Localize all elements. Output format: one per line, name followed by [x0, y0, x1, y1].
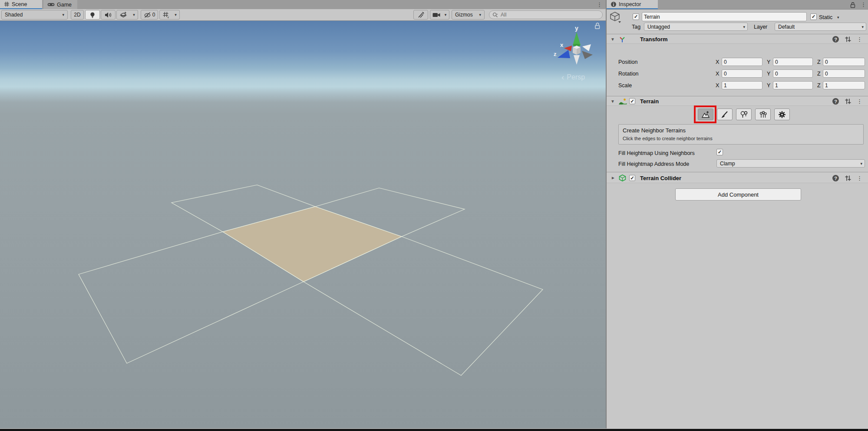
paint-details-tool-button[interactable]	[755, 109, 771, 120]
scene-effects-button[interactable]	[116, 10, 131, 20]
inspector-lock-icon[interactable]	[850, 2, 856, 8]
scene-viewport[interactable]: y x z ‹ Persp	[0, 21, 606, 428]
unity-editor-window: Scene Game ⋮ Shaded ▾ 2D	[0, 0, 868, 431]
axis-cone-neg[interactable]	[574, 55, 580, 65]
component-menu-icon[interactable]: ⋮	[857, 175, 862, 181]
axis-cone-neg[interactable]	[582, 44, 591, 51]
light-bulb-icon	[89, 11, 96, 19]
axis-z-label: Z	[817, 71, 821, 77]
scene-visibility-button[interactable]: 0	[141, 10, 158, 20]
chevron-down-icon: ▾	[133, 13, 135, 17]
terrain-enabled-checkbox[interactable]: ✓	[629, 98, 635, 104]
grid-dropdown[interactable]: ▾	[172, 10, 180, 20]
terrain-tool-info-box: Create Neighbor Terrains Click the edges…	[618, 124, 864, 145]
scene-panel-menu-icon[interactable]: ⋮	[597, 2, 602, 7]
trees-icon	[740, 111, 748, 118]
inspector-tab-bar: Inspector ⋮	[607, 0, 868, 10]
tools-icon	[417, 11, 425, 18]
terrain-collider-icon	[619, 174, 626, 181]
presets-icon[interactable]	[845, 98, 851, 105]
terrain-collider-title: Terrain Collider	[640, 175, 681, 181]
static-label: Static	[819, 14, 832, 20]
scale-z-field[interactable]	[823, 81, 865, 89]
transform-title: Transform	[640, 36, 668, 43]
chevron-down-icon: ▾	[175, 13, 177, 17]
inspector-menu-icon[interactable]: ⋮	[861, 2, 866, 7]
transform-header[interactable]: ▼ Transform ? ⋮	[607, 34, 868, 44]
add-component-button[interactable]: Add Component	[675, 188, 801, 201]
static-dropdown-arrow[interactable]: ▾	[837, 15, 839, 20]
rotation-y-field[interactable]	[773, 69, 813, 78]
scene-tools-button[interactable]	[413, 10, 428, 20]
rotation-label: Rotation	[618, 71, 639, 77]
scene-camera-button[interactable]	[430, 10, 442, 20]
terrain-tiles-overlay	[0, 21, 606, 428]
axis-cone-z[interactable]	[558, 50, 570, 58]
terrain-collider-header[interactable]: ► ✓ Terrain Collider ? ⋮	[607, 172, 868, 183]
tab-scene[interactable]: Scene	[0, 0, 42, 9]
gameobject-name-field[interactable]	[642, 12, 807, 21]
foldout-open-icon[interactable]: ▼	[611, 99, 615, 104]
paint-terrain-tool-button[interactable]	[717, 109, 733, 120]
fill-heightmap-neighbors-checkbox[interactable]: ✓	[716, 149, 723, 155]
eye-hidden-icon	[144, 12, 151, 18]
layer-dropdown[interactable]: Default ▾	[775, 23, 866, 31]
scene-lock-icon[interactable]	[594, 22, 601, 30]
scale-label: Scale	[618, 82, 632, 89]
terrain-settings-tool-button[interactable]	[774, 109, 790, 120]
tab-inspector[interactable]: Inspector	[607, 0, 658, 9]
presets-icon[interactable]	[845, 175, 851, 181]
gameobject-cube-icon[interactable]	[610, 11, 621, 23]
chevron-down-icon: ▾	[861, 25, 864, 29]
position-y-field[interactable]	[773, 58, 813, 66]
selected-terrain-tile[interactable]	[223, 207, 402, 282]
inspector-panel: Inspector ⋮ ✓ ✓ Static ▾ Tag Untag	[607, 0, 868, 431]
hidden-object-count: 0	[152, 12, 155, 18]
rotation-z-field[interactable]	[823, 69, 865, 78]
terrain-title: Terrain	[640, 98, 659, 105]
shading-mode-dropdown[interactable]: Shaded ▾	[1, 10, 68, 20]
tab-game[interactable]: Game	[43, 0, 77, 9]
help-icon[interactable]: ?	[832, 98, 839, 105]
position-z-field[interactable]	[823, 58, 865, 66]
svg-text:y: y	[167, 16, 169, 19]
axis-z-label: z	[554, 51, 557, 57]
tool-description: Click the edges to create neighbor terra…	[623, 136, 859, 141]
static-checkbox[interactable]: ✓	[810, 13, 817, 20]
axis-cone-y[interactable]	[573, 32, 581, 45]
terrain-component-header[interactable]: ▼ ✓ Terrain ? ⋮	[607, 96, 868, 106]
component-menu-icon[interactable]: ⋮	[857, 99, 862, 104]
gizmos-dropdown[interactable]: Gizmos ▾	[452, 10, 485, 20]
search-input[interactable]	[500, 11, 588, 18]
help-icon[interactable]: ?	[832, 36, 839, 43]
search-icon	[492, 12, 498, 18]
scale-x-field[interactable]	[722, 81, 762, 89]
scene-audio-button[interactable]	[101, 10, 116, 20]
presets-icon[interactable]	[845, 36, 851, 43]
scene-lighting-button[interactable]	[85, 10, 100, 20]
effects-dropdown[interactable]: ▾	[130, 10, 138, 20]
scene-search-field[interactable]	[489, 10, 603, 19]
axis-y-label: Y	[767, 59, 770, 65]
rotation-x-field[interactable]	[722, 69, 762, 78]
foldout-open-icon[interactable]: ▼	[611, 37, 615, 42]
component-menu-icon[interactable]: ⋮	[857, 36, 862, 42]
tag-dropdown[interactable]: Untagged ▾	[644, 23, 748, 31]
paint-trees-tool-button[interactable]	[736, 109, 752, 120]
2d-toggle-button[interactable]: 2D	[71, 10, 84, 20]
scale-y-field[interactable]	[773, 81, 813, 89]
grid-axis-icon: y	[162, 11, 170, 18]
position-x-field[interactable]	[722, 58, 762, 66]
foldout-closed-icon[interactable]: ►	[611, 175, 615, 180]
perspective-toggle[interactable]: ‹ Persp	[561, 73, 585, 81]
help-icon[interactable]: ?	[832, 175, 839, 181]
axis-x-label: x	[560, 42, 564, 48]
camera-dropdown[interactable]: ▾	[442, 10, 449, 20]
address-mode-dropdown[interactable]: Clamp ▾	[716, 159, 865, 168]
axis-cone-neg[interactable]	[582, 51, 593, 59]
fill-heightmap-neighbors-label: Fill Heightmap Using Neighbors	[618, 150, 695, 156]
gameobject-active-checkbox[interactable]: ✓	[633, 13, 639, 20]
collider-enabled-checkbox[interactable]: ✓	[629, 175, 635, 181]
grid-visibility-button[interactable]: y	[159, 10, 172, 20]
chevron-down-icon: ▾	[743, 25, 745, 29]
